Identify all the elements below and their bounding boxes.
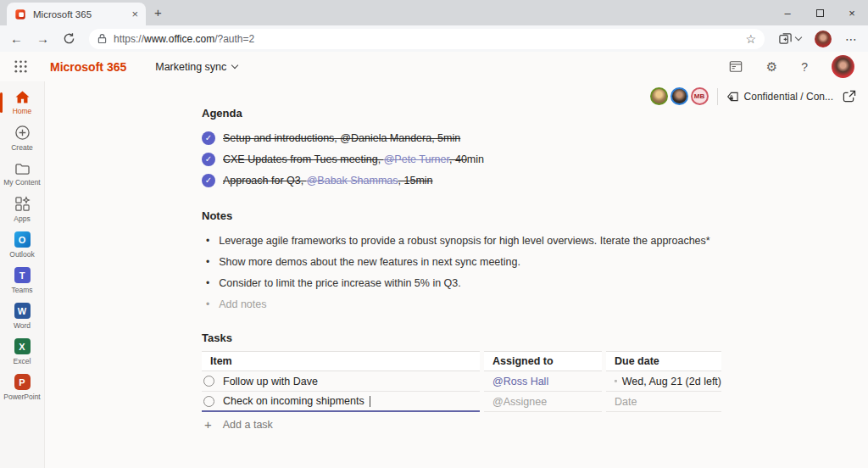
note-item[interactable]: • Consider to limit the price increase w… (202, 272, 744, 293)
due-date-text: Wed, Aug 21 (2d left) (622, 376, 721, 387)
sidebar-item-create[interactable]: Create (0, 120, 44, 156)
note-text: Leverage agile frameworks to provide a r… (219, 235, 709, 247)
window-controls: – × (771, 0, 868, 25)
app-body: Home Create My Content (0, 81, 868, 468)
task-item-cell-editing[interactable]: Check on incoming shipments (202, 392, 480, 412)
task-item-text: Follow up with Dave (223, 376, 318, 387)
text-cursor (370, 396, 371, 407)
collaborator-avatars: MB (650, 87, 709, 105)
panel-view-icon[interactable] (729, 60, 743, 73)
sensitivity-label-icon (726, 91, 739, 103)
task-item-text: Check on incoming shipments (223, 395, 364, 407)
task-item-cell[interactable]: Follow up with Dave (202, 371, 480, 392)
column-header-due-date[interactable]: Due date (606, 351, 721, 371)
sidebar-item-powerpoint[interactable]: P PowerPoint (0, 370, 44, 405)
refresh-button[interactable] (63, 32, 75, 45)
checked-checkbox-icon[interactable]: ✓ (202, 174, 215, 187)
agenda-item-text[interactable]: Approach for Q3, @Babak Shammas, 15min (223, 175, 433, 187)
collaborator-avatar[interactable] (670, 87, 688, 105)
new-tab-button[interactable]: + (154, 5, 162, 20)
task-assignee-cell[interactable]: @Assignee (484, 392, 602, 412)
checked-checkbox-icon[interactable]: ✓ (202, 131, 215, 145)
back-button[interactable]: ← (10, 32, 23, 45)
task-due-cell[interactable]: Wed, Aug 21 (2d left) (606, 371, 721, 392)
minimize-button[interactable]: – (771, 0, 804, 25)
sidebar-item-teams[interactable]: T Teams (0, 263, 44, 298)
maximize-button[interactable] (804, 0, 836, 25)
collaborator-avatar[interactable] (650, 87, 668, 105)
task-checkbox[interactable] (203, 396, 214, 407)
folder-icon (14, 162, 31, 176)
column-header-assigned-to[interactable]: Assigned to (484, 351, 602, 371)
tab-title: Microsoft 365 (33, 9, 125, 20)
sidebar-item-home[interactable]: Home (0, 85, 44, 120)
account-avatar[interactable] (832, 55, 854, 78)
assignee-mention[interactable]: @Ross Hall (492, 376, 548, 387)
close-window-button[interactable]: × (836, 0, 868, 25)
help-icon[interactable]: ? (801, 60, 808, 74)
brand-title[interactable]: Microsoft 365 (50, 60, 126, 74)
powerpoint-icon: P (14, 374, 31, 390)
sidebar-item-label: Excel (14, 357, 31, 365)
settings-gear-icon[interactable]: ⚙ (766, 60, 777, 73)
address-bar[interactable]: https://www.office.com/?auth=2 ☆ (89, 29, 765, 49)
collections-button[interactable] (778, 31, 801, 46)
agenda-item-text[interactable]: Setup and introductions, @Daniela Mander… (223, 132, 460, 144)
bullet-icon: • (206, 235, 209, 247)
task-checkbox[interactable] (203, 376, 214, 387)
browser-toolbar: ← → https://www.office.com/?auth=2 ☆ ⋯ (0, 25, 868, 52)
agenda-item-text[interactable]: CXE Updates from Tues meeting, @Pete Tur… (223, 153, 484, 165)
url-text: https://www.office.com/?auth=2 (114, 33, 738, 45)
checked-checkbox-icon[interactable]: ✓ (202, 153, 215, 166)
note-item[interactable]: • Show more demos about the new features… (202, 251, 744, 272)
browser-menu-button[interactable]: ⋯ (845, 32, 858, 46)
task-due-cell[interactable]: Date (606, 392, 721, 412)
browser-profile-avatar[interactable] (815, 31, 832, 47)
content-top-bar: MB Confidential / Con... (650, 87, 856, 105)
agenda-list: ✓ Setup and introductions, @Daniela Mand… (202, 127, 744, 191)
document-title[interactable]: Marketing sync (155, 61, 237, 73)
agenda-heading: Agenda (202, 107, 744, 120)
collaborator-avatar[interactable]: MB (691, 87, 709, 105)
sidebar-item-my-content[interactable]: My Content (0, 156, 44, 192)
task-assignee-cell[interactable]: @Ross Hall (484, 371, 602, 392)
tasks-heading: Tasks (202, 332, 744, 344)
agenda-text-segment: , 15min (398, 175, 433, 187)
sidebar-item-outlook[interactable]: O Outlook (0, 227, 44, 263)
agenda-section: Agenda ✓ Setup and introductions, @Danie… (202, 107, 744, 191)
mention: @Pete Turner (384, 153, 449, 165)
sidebar-item-label: PowerPoint (3, 393, 40, 401)
sidebar-item-apps[interactable]: Apps (0, 192, 44, 227)
app-sidebar: Home Create My Content (0, 81, 45, 468)
mention: @Babak Shammas (307, 175, 398, 187)
note-text: Show more demos about the new features i… (219, 256, 520, 268)
add-notes-placeholder[interactable]: • Add notes (202, 293, 744, 315)
sensitivity-label[interactable]: Confidential / Con... (726, 91, 833, 103)
sidebar-item-label: Word (14, 321, 31, 330)
forward-button[interactable]: → (36, 32, 49, 45)
browser-window: Microsoft 365 × + – × ← → https://www.of… (0, 0, 868, 468)
chevron-down-icon (795, 34, 802, 41)
agenda-item: ✓ Approach for Q3, @Babak Shammas, 15min (202, 170, 744, 191)
bullet-icon: • (206, 298, 209, 310)
word-icon: W (14, 303, 31, 319)
note-item[interactable]: • Leverage agile frameworks to provide a… (202, 230, 744, 251)
chevron-down-icon (231, 62, 238, 69)
notes-heading: Notes (202, 209, 744, 222)
sidebar-item-label: Apps (14, 214, 30, 223)
add-task-button[interactable]: + Add a task (202, 418, 744, 431)
tasks-section: Tasks Item Assigned to Due date Follow u… (202, 332, 744, 431)
sidebar-item-excel[interactable]: X Excel (0, 334, 44, 370)
column-header-item[interactable]: Item (202, 351, 480, 371)
sidebar-item-word[interactable]: W Word (0, 298, 44, 334)
agenda-text-segment: Approach for Q3, (223, 175, 307, 187)
tab-close-icon[interactable]: × (131, 8, 138, 20)
assignee-placeholder: @Assignee (492, 396, 547, 408)
agenda-text-segment: , 40 (449, 153, 467, 165)
app-header: Microsoft 365 Marketing sync ⚙ ? (0, 52, 868, 81)
browser-tab[interactable]: Microsoft 365 × (7, 3, 146, 25)
app-launcher-waffle-icon[interactable] (14, 59, 28, 74)
share-icon[interactable] (842, 90, 856, 103)
due-date-placeholder: Date (615, 396, 637, 408)
favorite-star-icon[interactable]: ☆ (745, 32, 756, 46)
